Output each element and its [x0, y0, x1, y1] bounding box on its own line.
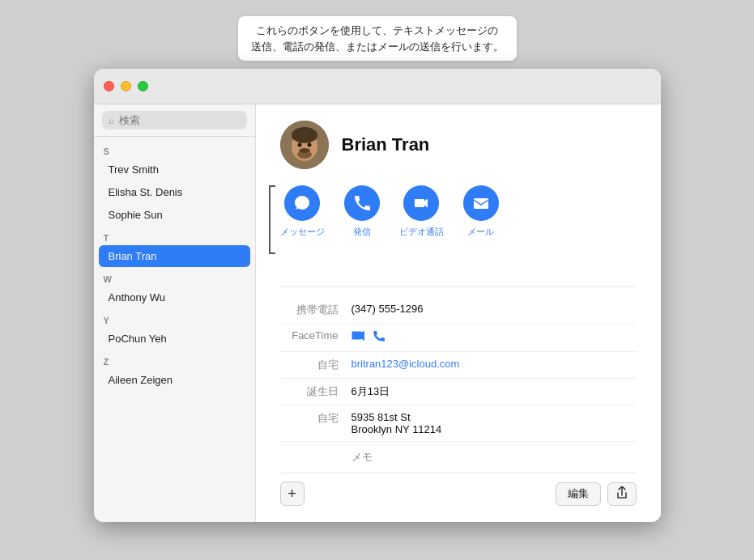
birthday-label: 誕生日 — [280, 384, 345, 399]
mobile-label: 携帯電話 — [280, 303, 345, 317]
main-content: ⌕ S Trev Smith Elisha St. Denis Sophie S… — [94, 104, 661, 522]
section-header-y: Y — [94, 309, 255, 327]
share-icon — [616, 486, 628, 499]
search-bar: ⌕ — [94, 104, 255, 137]
video-icon-circle — [403, 185, 439, 221]
email-value[interactable]: britran123@icloud.com — [351, 358, 637, 370]
contact-item-sophie[interactable]: Sophie Sun — [99, 204, 250, 226]
section-header-z: Z — [94, 350, 255, 368]
address-row: 自宅 5935 81st St Brooklyn NY 11214 — [280, 405, 637, 442]
annotation-text: これらのボタンを使用して、テキストメッセージの送信、電話の発信、またはメールの送… — [251, 24, 504, 53]
bottom-bar: + 編集 — [280, 473, 637, 506]
section-header-s: S — [94, 140, 255, 158]
email-label: 自宅 — [280, 358, 345, 372]
contact-list: S Trev Smith Elisha St. Denis Sophie Sun… — [94, 137, 255, 522]
edit-button[interactable]: 編集 — [556, 482, 601, 506]
call-button-label: 発信 — [353, 226, 371, 238]
address-label: 自宅 — [280, 411, 345, 426]
call-icon-circle — [344, 185, 380, 221]
title-bar — [94, 69, 661, 104]
contact-item-elisha[interactable]: Elisha St. Denis — [99, 181, 250, 203]
facetime-icons — [351, 329, 386, 346]
section-header-t: T — [94, 227, 255, 244]
bottom-right-buttons: 編集 — [556, 482, 637, 506]
message-button[interactable]: メッセージ — [280, 185, 325, 238]
mail-button-label: メール — [467, 226, 494, 238]
svg-rect-7 — [474, 198, 488, 209]
share-button[interactable] — [607, 482, 637, 506]
annotation-bracket — [269, 185, 275, 254]
contact-header: Brian Tran — [280, 121, 637, 169]
memo-row: メモ — [280, 442, 637, 473]
contact-item-trev-smith[interactable]: Trev Smith — [99, 159, 250, 180]
minimize-button[interactable] — [121, 81, 131, 91]
annotation-bubble: これらのボタンを使用して、テキストメッセージの送信、電話の発信、またはメールの送… — [238, 16, 517, 61]
mobile-row: 携帯電話 (347) 555-1296 — [280, 297, 637, 324]
search-input[interactable] — [119, 114, 241, 126]
birthday-value: 6月13日 — [351, 384, 637, 399]
message-button-label: メッセージ — [280, 226, 325, 238]
action-buttons: メッセージ 発信 — [280, 185, 499, 251]
sidebar: ⌕ S Trev Smith Elisha St. Denis Sophie S… — [94, 104, 256, 522]
add-button[interactable]: + — [280, 482, 305, 506]
address-line2: Brooklyn NY 11214 — [351, 423, 442, 435]
contact-item-aileen-zeigen[interactable]: Aileen Zeigen — [99, 369, 250, 391]
avatar — [280, 121, 329, 169]
facetime-label: FaceTime — [280, 329, 345, 342]
svg-point-5 — [297, 143, 301, 147]
maximize-button[interactable] — [138, 81, 148, 91]
close-button[interactable] — [104, 81, 114, 91]
detail-pane: Brian Tran メッセージ — [256, 104, 661, 522]
memo-placeholder: メモ — [351, 451, 373, 463]
facetime-row: FaceTime — [280, 324, 637, 352]
svg-point-2 — [292, 127, 317, 143]
message-icon-circle — [284, 185, 320, 221]
svg-point-4 — [299, 148, 310, 153]
section-header-w: W — [94, 268, 255, 286]
mail-icon-circle — [463, 185, 499, 221]
call-button[interactable]: 発信 — [344, 185, 380, 238]
traffic-lights — [104, 81, 148, 91]
email-row: 自宅 britran123@icloud.com — [280, 352, 637, 379]
facetime-video-icon[interactable] — [351, 330, 366, 345]
search-input-wrap[interactable]: ⌕ — [102, 111, 247, 129]
mail-button[interactable]: メール — [463, 185, 499, 238]
birthday-row: 誕生日 6月13日 — [280, 379, 637, 405]
address-value: 5935 81st St Brooklyn NY 11214 — [351, 411, 637, 435]
search-icon: ⌕ — [109, 115, 114, 126]
address-line1: 5935 81st St — [351, 411, 411, 423]
info-section: 携帯電話 (347) 555-1296 FaceTime — [280, 286, 637, 473]
app-window: ⌕ S Trev Smith Elisha St. Denis Sophie S… — [94, 69, 661, 522]
contact-item-brian-tran[interactable]: Brian Tran — [99, 245, 250, 267]
facetime-phone-icon[interactable] — [373, 329, 386, 346]
svg-point-6 — [307, 143, 311, 147]
contact-item-anthony-wu[interactable]: Anthony Wu — [99, 286, 250, 308]
contact-name: Brian Tran — [342, 134, 430, 155]
mobile-value: (347) 555-1296 — [351, 303, 637, 315]
contact-item-pochun-yeh[interactable]: PoChun Yeh — [99, 328, 250, 350]
video-button-label: ビデオ通話 — [399, 226, 444, 238]
video-button[interactable]: ビデオ通話 — [399, 185, 444, 238]
